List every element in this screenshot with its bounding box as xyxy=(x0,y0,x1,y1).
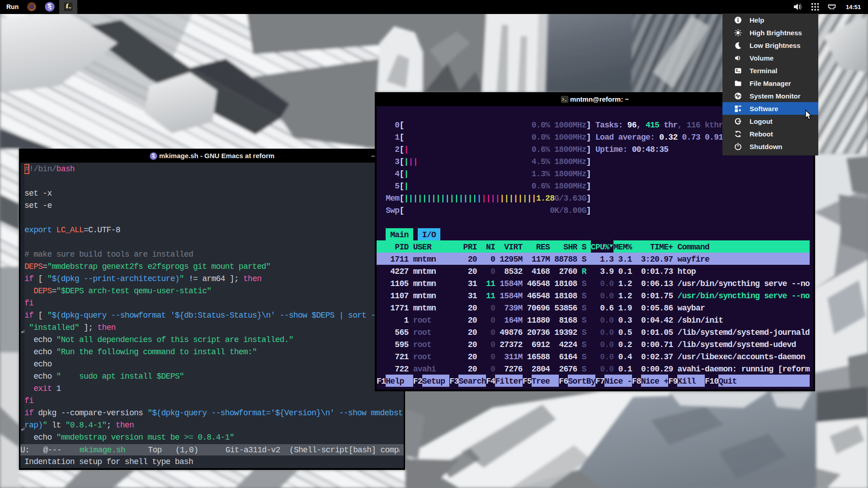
svg-text:$: $ xyxy=(736,69,738,73)
